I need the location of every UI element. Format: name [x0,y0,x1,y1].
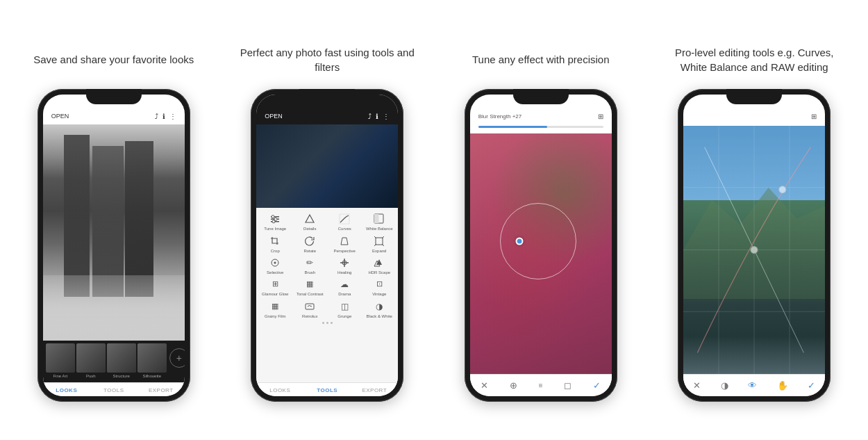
building-3 [125,141,153,297]
svg-marker-6 [306,215,314,222]
tab-looks-2[interactable]: LOOKS [256,387,303,393]
tool-expand[interactable]: Expand [364,234,394,253]
tool-rotate[interactable]: Rotate [294,234,325,253]
phone-inner-3: Blur Strength +27 ⊞ ✕ ⊕ [470,95,612,396]
circle-half-btn[interactable]: ◑ [721,380,728,391]
wb-icon [372,212,386,226]
thumb-fineart[interactable] [46,343,75,373]
tab-looks-1[interactable]: LOOKS [43,387,90,393]
phone-card-1: Save and share your favorite looks OPEN … [17,39,211,402]
thumb-silhouette[interactable] [137,343,167,373]
grunge-label: Grunge [337,314,351,318]
crop-icon [268,234,282,248]
dot-3 [331,322,333,324]
tool-hdr[interactable]: HDR Scape [364,256,394,275]
details-label: Details [303,227,316,231]
tool-crop[interactable]: Crop [260,234,290,253]
circle-plus-btn[interactable]: ⊕ [510,380,517,391]
slider-fill [478,126,547,128]
eye-btn[interactable]: 👁 [748,380,757,391]
selector-dot[interactable] [516,238,524,245]
brush-icon: ✏ [303,256,317,270]
bottom-toolbar-4: ✕ ◑ 👁 ✋ ✓ [683,374,825,396]
tool-curves[interactable]: Curves [329,212,360,231]
svg-rect-9 [374,214,379,223]
expand-icon [372,234,386,248]
notch-1 [86,89,142,104]
thumb-label-silhouette: Silhouette [142,374,161,378]
tools-row-5: ▦ Grainy Film Retrolux ◫ [258,300,397,319]
hand-btn[interactable]: ✋ [777,380,788,391]
thumb-add-button[interactable]: + [169,348,185,368]
split-icon: ⊞ [598,113,603,120]
tool-bw[interactable]: ◑ Black & White [364,300,394,319]
glamour-icon: ⊞ [268,277,282,291]
tab-tools-2[interactable]: TOOLS [303,387,351,393]
thumb-section-4: Silhouette [137,343,167,378]
sliders-btn[interactable]: ≡ [539,382,543,389]
tool-grainy[interactable]: ▦ Grainy Film [260,300,290,319]
tool-vintage[interactable]: ⊡ Vintage [364,277,394,297]
photo-fade [683,336,825,374]
tool-perspective[interactable]: Perspective [329,234,360,253]
tool-wb[interactable]: White Balance [364,212,394,231]
selective-icon [268,256,282,270]
grunge-icon: ◫ [337,300,351,313]
tool-healing[interactable]: Healing [329,256,360,275]
caption-1: Save and share your favorite looks [26,39,201,81]
tool-retrolux[interactable]: Retrolux [294,300,325,319]
tool-tune[interactable]: Tune Image [260,212,290,231]
drama-label: Drama [338,292,351,296]
tools-row-3: Selective ✏ Brush Healing [258,256,397,275]
thumb-section-1: Fine Art [46,343,75,378]
svg-point-5 [272,220,275,222]
open-label-1: OPEN [51,113,69,120]
svg-marker-10 [341,238,348,245]
thumb-structure[interactable] [107,343,136,373]
grainy-label: Grainy Film [265,314,286,319]
phone-frame-2: OPEN ⤴ ℹ ⋮ [251,89,403,402]
tab-export-1[interactable]: EXPORT [137,387,185,393]
screen-1: OPEN ⤴ ℹ ⋮ [43,95,185,396]
caption-4: Pro-level editing tools e.g. Curves, Whi… [657,39,851,81]
tool-selective[interactable]: Selective [260,256,290,275]
tab-tools-1[interactable]: TOOLS [90,387,137,393]
share-icon: ⤴ [155,113,158,120]
check-btn-4[interactable]: ✓ [808,380,815,391]
phone-frame-4: ⊞ [678,89,831,402]
wb-label: White Balance [366,227,393,231]
tonal-label: Tonal Contrast [297,292,324,297]
app-container: Save and share your favorite looks OPEN … [0,0,868,440]
vintage-label: Vintage [372,292,386,296]
expand-label: Expand [372,249,386,253]
tool-grunge[interactable]: ◫ Grunge [329,300,360,319]
close-btn-3[interactable]: ✕ [481,380,488,391]
phone-frame-3: Blur Strength +27 ⊞ ✕ ⊕ [465,89,617,402]
tools-grid: Tune Image Details [256,208,398,382]
info-icon: ℹ [162,113,165,120]
grainy-icon: ▦ [268,300,282,313]
close-btn-4[interactable]: ✕ [693,380,701,391]
thumb-push[interactable] [76,343,106,373]
notch-3 [513,89,569,104]
tool-glamour[interactable]: ⊞ Glamour Glow [260,277,290,297]
split-icon-4: ⊞ [811,113,817,120]
tool-drama[interactable]: ☁ Drama [329,277,360,297]
thumb-label-structure: Structure [113,374,130,378]
slider-bar[interactable] [478,126,603,128]
tab-export-2[interactable]: EXPORT [351,387,398,393]
check-btn-3[interactable]: ✓ [593,380,601,391]
svg-rect-17 [306,304,314,309]
tool-brush[interactable]: ✏ Brush [294,256,325,275]
svg-rect-11 [376,238,383,245]
building-2 [92,146,124,298]
phone-inner-4: ⊞ [683,95,825,396]
tool-tonal[interactable]: ▦ Tonal Contrast [294,277,325,297]
tool-details[interactable]: Details [294,212,325,231]
share-icon-2: ⤴ [368,113,372,120]
mask-btn[interactable]: ◻ [564,380,571,391]
drama-icon: ☁ [337,277,351,291]
circle-selector [500,203,576,279]
retrolux-icon [303,300,317,313]
notch-4 [726,89,782,104]
